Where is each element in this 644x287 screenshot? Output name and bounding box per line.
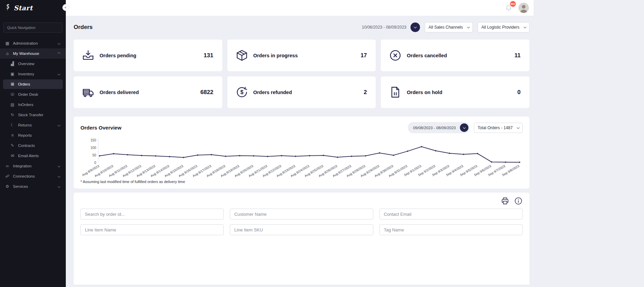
sidebar-item-services[interactable]: ⚙Services xyxy=(0,181,66,192)
stat-card-value: 131 xyxy=(204,52,213,59)
sidebar-item-overview[interactable]: ▟Overview xyxy=(0,59,66,69)
svg-text:50: 50 xyxy=(92,153,96,157)
page-head: Orders 10/06/2023 - 08/09/2023 All Sales… xyxy=(74,21,529,33)
orders-date-range-button[interactable] xyxy=(410,22,420,32)
overview-date-range-button[interactable] xyxy=(460,123,468,132)
sidebar: Start ▦Administration⌂My Warehouse▟Overv… xyxy=(0,0,66,287)
sidebar-collapse-button[interactable] xyxy=(62,4,69,11)
sidebar-item-label: Order Desk xyxy=(18,92,61,96)
logistic-providers-select[interactable]: All Logistic Providers xyxy=(478,22,529,32)
sidebar-item-returns[interactable]: ☾Returns xyxy=(0,120,66,130)
chevron-down-icon xyxy=(58,73,60,75)
quick-navigation-input[interactable] xyxy=(3,22,62,33)
sidebar-item-label: Integration xyxy=(13,164,55,168)
order-desk-icon: ☏ xyxy=(10,92,15,97)
tag-name-input[interactable] xyxy=(379,224,523,235)
top-bar: 802 xyxy=(66,0,534,16)
sidebar-item-label: Reports xyxy=(18,133,61,137)
sidebar-item-label: InOrders xyxy=(18,103,61,107)
sidebar-item-my-warehouse[interactable]: ⌂My Warehouse xyxy=(0,48,66,59)
orders-overview-chart[interactable]: 050100150Aug 8/9/2023Aug 8/10/2023Aug 8/… xyxy=(80,137,523,179)
chevron-down-icon xyxy=(58,165,60,167)
sidebar-item-order-desk[interactable]: ☏Order Desk xyxy=(0,89,66,100)
sidebar-item-label: Inventory xyxy=(18,72,55,76)
svg-text:$: $ xyxy=(240,89,243,95)
stock-transfer-icon: ↻ xyxy=(10,112,15,117)
chart-icon: ▟ xyxy=(10,61,15,66)
chevron-down-icon xyxy=(58,42,60,45)
sidebar-item-administration[interactable]: ▦Administration xyxy=(0,38,66,48)
content-area: Orders 10/06/2023 - 08/09/2023 All Sales… xyxy=(66,16,534,287)
sidebar-item-connections[interactable]: ☍Connections xyxy=(0,171,66,181)
logo[interactable]: Start xyxy=(0,0,66,16)
stat-card-orders-in-progress[interactable]: Orders in progress17 xyxy=(227,40,376,71)
sales-channels-select[interactable]: All Sales Channels xyxy=(425,22,473,32)
sidebar-item-label: Connections xyxy=(13,174,55,178)
warehouse-icon: ⌂ xyxy=(5,51,10,56)
contact-email-input[interactable] xyxy=(379,209,523,220)
stat-card-label: Orders cancelled xyxy=(407,53,447,58)
stat-card-orders-refunded[interactable]: $Orders refunded2 xyxy=(227,76,376,108)
orders-delivered-icon xyxy=(82,86,94,99)
svg-text:150: 150 xyxy=(90,138,96,142)
sidebar-item-integration[interactable]: ∞Integration xyxy=(0,161,66,171)
sidebar-item-orders[interactable]: ⊞Orders xyxy=(3,79,63,89)
app-root: Start ▦Administration⌂My Warehouse▟Overv… xyxy=(0,0,644,287)
orders-in-progress-icon xyxy=(236,49,248,62)
orders-cancelled-icon xyxy=(389,49,402,62)
stat-card-label: Orders delivered xyxy=(100,90,139,95)
orders-overview-head: Orders Overview 09/08/2023 - 08/09/2023 … xyxy=(80,122,523,133)
orders-pending-icon xyxy=(82,49,94,62)
stat-card-orders-pending[interactable]: Orders pending131 xyxy=(74,40,222,71)
stat-cards-grid: Orders pending131Orders in progress17Ord… xyxy=(74,40,529,108)
stat-card-value: 2 xyxy=(364,89,367,96)
sidebar-item-label: My Warehouse xyxy=(13,51,55,56)
orders-on-hold-icon xyxy=(389,86,402,99)
reports-icon: ≡ xyxy=(10,133,15,138)
chevron-down-icon xyxy=(58,175,60,178)
sidebar-item-stock-transfer[interactable]: ↻Stock Transfer xyxy=(0,110,66,120)
customer-name-input[interactable] xyxy=(230,209,373,220)
svg-text:0: 0 xyxy=(94,161,96,165)
sidebar-item-email-alerts[interactable]: ✉Email Alerts xyxy=(0,151,66,161)
email-alerts-icon: ✉ xyxy=(10,153,15,158)
sidebar-item-reports[interactable]: ≡Reports xyxy=(0,130,66,140)
user-avatar[interactable] xyxy=(519,3,529,13)
total-orders-select[interactable]: Total Orders - 1487 xyxy=(474,123,523,133)
sidebar-item-label: Overview xyxy=(18,62,61,66)
print-button[interactable] xyxy=(501,197,509,205)
sidebar-item-contracts[interactable]: ✎Contracts xyxy=(0,140,66,151)
inorders-icon: ▤ xyxy=(10,102,15,107)
quick-navigation xyxy=(0,16,66,35)
stat-card-orders-on-hold[interactable]: Orders on hold0 xyxy=(381,76,529,108)
stat-card-label: Orders pending xyxy=(100,53,136,58)
sidebar-item-inorders[interactable]: ▤InOrders xyxy=(0,100,66,110)
svg-text:100: 100 xyxy=(90,146,96,150)
page-title: Orders xyxy=(74,24,93,31)
sales-channels-select-wrap: All Sales Channels xyxy=(425,22,473,32)
integration-icon: ∞ xyxy=(5,164,10,168)
stat-card-value: 6822 xyxy=(200,89,213,96)
page-head-controls: 10/06/2023 - 08/09/2023 All Sales Channe… xyxy=(362,22,529,32)
sidebar-item-label: Services xyxy=(13,184,55,188)
info-button[interactable] xyxy=(514,197,523,205)
orders-overview-card: Orders Overview 09/08/2023 - 08/09/2023 … xyxy=(74,117,529,188)
chevron-down-icon xyxy=(414,26,417,28)
line-item-name-input[interactable] xyxy=(80,224,224,235)
stat-card-orders-cancelled[interactable]: Orders cancelled11 xyxy=(381,40,529,71)
sidebar-item-label: Stock Transfer xyxy=(18,113,61,117)
logistic-providers-select-wrap: All Logistic Providers xyxy=(478,22,529,32)
chevron-up-icon xyxy=(58,52,60,55)
order-search-card xyxy=(74,193,529,285)
chevron-down-icon xyxy=(58,124,60,126)
line-item-sku-input[interactable] xyxy=(230,224,373,235)
contracts-icon: ✎ xyxy=(10,143,15,148)
stat-card-label: Orders refunded xyxy=(253,90,292,95)
logo-text: Start xyxy=(14,4,33,12)
grid-icon: ▦ xyxy=(5,41,10,46)
sidebar-item-inventory[interactable]: ▣Inventory xyxy=(0,69,66,79)
order-id-search-input[interactable] xyxy=(80,209,224,220)
stat-card-orders-delivered[interactable]: Orders delivered6822 xyxy=(74,76,222,108)
notifications-button[interactable]: 802 xyxy=(505,4,512,12)
sidebar-item-label: Contracts xyxy=(18,144,61,148)
